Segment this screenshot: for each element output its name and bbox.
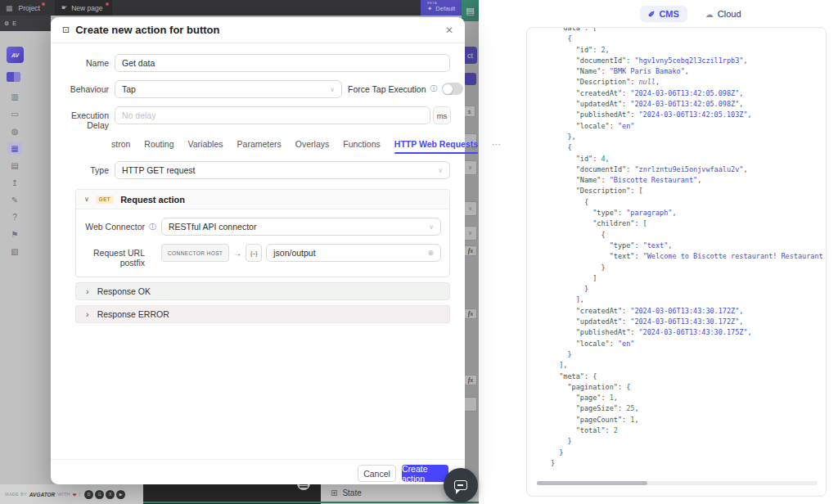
chart-icon[interactable]: ▧ (7, 245, 22, 258)
app-header: ▦ Project ☛ New page BETA ✦ Default ▾ (0, 0, 479, 16)
tab-overlays[interactable]: Overlays (295, 139, 329, 152)
edit-label: E (12, 20, 16, 26)
code-line: "documentId": "hgv1vny5cebq2l3czil1rpb3"… (551, 56, 824, 66)
code-line: "createdAt": "2024-03-06T13:43:30.172Z", (551, 306, 824, 317)
tab-cloud[interactable]: ☁Cloud (697, 6, 750, 22)
info-icon[interactable]: ⓘ (430, 83, 438, 94)
force-tap-toggle[interactable] (442, 83, 463, 95)
code-line: "pagination": { (551, 382, 824, 393)
formula-button-fragment[interactable]: fx (464, 375, 477, 385)
code-line: "locale": "en" (551, 121, 824, 132)
grid-icon[interactable]: ▦ (6, 4, 13, 12)
expand-chevron-icon: › (86, 286, 89, 296)
github-icon[interactable]: G (95, 490, 104, 499)
chevron-down-icon: ∨ (429, 223, 434, 231)
twitter-icon[interactable]: X (106, 490, 115, 499)
components-icon[interactable]: ▦ (7, 142, 22, 155)
dropdown-fragment[interactable]: ∨ (463, 226, 477, 241)
avatar[interactable]: AV (7, 47, 24, 63)
clear-icon[interactable]: ⊗ (427, 249, 434, 257)
flag-icon[interactable]: ⚑ (7, 227, 22, 241)
close-icon[interactable]: ✕ (445, 25, 453, 36)
cloud-label: Cloud (718, 9, 741, 19)
globe-icon[interactable]: ◍ (7, 124, 22, 137)
info-icon[interactable]: ⓘ (149, 222, 156, 232)
code-line: ] (551, 273, 824, 284)
code-line: "locale": "en" (551, 339, 824, 349)
code-line: ], (551, 295, 824, 305)
state-label: State (342, 488, 361, 497)
tab-variables[interactable]: Variables (188, 139, 223, 152)
code-line: "Description": null, (551, 77, 824, 88)
screenshot-root: ▦ Project ☛ New page BETA ✦ Default ▾ ▤ … (0, 0, 838, 504)
name-label: Name (51, 58, 109, 68)
code-line: "type": "text", (551, 241, 824, 251)
code-line: } (551, 436, 824, 447)
code-line: } (551, 263, 824, 273)
url-postfix-input[interactable]: json/output ⊗ (266, 244, 441, 262)
response-ok-section[interactable]: › Response OK (75, 282, 450, 300)
project-label: Project (19, 4, 40, 12)
help-icon[interactable]: ? (7, 210, 22, 223)
youtube-icon[interactable]: ▶ (116, 490, 125, 499)
expand-chevron-icon: › (86, 309, 89, 319)
brackets-icon[interactable]: ▥ (7, 90, 22, 103)
create-action-modal: ⊡ Create new action for button ✕ Name Be… (51, 17, 465, 484)
tab-parameters[interactable]: Parameters (237, 139, 282, 152)
code-line: "meta": { (551, 371, 824, 382)
unit-chip-fragment: s (463, 106, 475, 117)
scrollbar-thumb[interactable] (537, 481, 647, 485)
formula-button-fragment[interactable]: fx (464, 245, 477, 256)
tab-cms[interactable]: ✐CMS (640, 6, 687, 22)
tab-stron[interactable]: stron (111, 139, 130, 152)
upload-icon[interactable]: ↥ (7, 176, 22, 189)
new-page-label: New page (71, 4, 102, 12)
response-preview-panel: ✐CMS☁Cloud "data": [ { "id": 2, "documen… (479, 0, 838, 504)
calendar-icon: ▤ (466, 6, 474, 16)
discord-icon[interactable]: D (84, 490, 93, 499)
separator: | (79, 492, 81, 497)
behaviour-select[interactable]: Tap ∨ (115, 80, 342, 98)
expand-box-icon[interactable]: ⊞ (331, 488, 337, 497)
behaviour-label: Behaviour (51, 84, 109, 94)
name-input[interactable] (115, 54, 450, 72)
action-icon: ⊡ (62, 25, 70, 35)
card-icon[interactable]: ▭ (7, 107, 22, 120)
tab-routing[interactable]: Routing (144, 139, 173, 152)
tab-new-page[interactable]: ☛ New page (55, 0, 112, 16)
binding-chip[interactable]: {–} (246, 244, 262, 262)
dropdown-fragment[interactable]: ∨ (463, 160, 477, 175)
heart-icon: ❤ (73, 492, 77, 497)
create-action-button[interactable]: Create action (402, 465, 448, 482)
type-select[interactable]: HTTP GET request ∨ (115, 161, 450, 179)
code-line: "children": [ (551, 218, 824, 229)
tap-pointer-icon: ☛ (61, 4, 67, 11)
web-connector-select[interactable]: RESTful API connector ∨ (161, 218, 441, 236)
select-button-fragment[interactable]: ct (463, 47, 477, 64)
made-by-label: MADE BY (5, 492, 27, 497)
execution-delay-input[interactable] (115, 106, 430, 124)
chevron-down-icon: ∨ (438, 167, 443, 174)
chevron-down-icon: ∨ (330, 86, 335, 93)
page-icon[interactable]: ▤ (7, 159, 22, 172)
request-action-header[interactable]: ∨ GET Request action (76, 190, 449, 209)
code-line: { (551, 197, 824, 208)
cancel-button[interactable]: Cancel (358, 465, 396, 482)
code-line: "updatedAt": "2024-03-06T13:42:05.098Z", (551, 99, 824, 110)
left-sidebar: AV ▥▭◍▦▤↥✎?⚑▧ (0, 31, 51, 484)
force-tap-label: Force Tap Execution (348, 84, 426, 94)
chat-fab[interactable] (444, 468, 478, 502)
response-error-section[interactable]: › Response ERROR (75, 305, 450, 323)
purple-icon-fragment[interactable] (464, 73, 476, 85)
more-tabs-icon[interactable]: ⋯ (492, 139, 502, 152)
tab-http-web-requests[interactable]: HTTP Web Requests (394, 139, 478, 152)
tab-functions[interactable]: Functions (343, 139, 381, 152)
panel-toggle-icon[interactable] (7, 72, 20, 82)
formula-button-fragment[interactable]: fx (464, 308, 477, 319)
input-fragment[interactable] (463, 397, 477, 412)
code-line: { (551, 142, 824, 153)
horizontal-scrollbar[interactable] (537, 481, 818, 485)
tab-project[interactable]: Project (19, 4, 45, 12)
dropdown-fragment[interactable]: ∨ (463, 201, 477, 216)
pen-icon[interactable]: ✎ (7, 193, 22, 206)
